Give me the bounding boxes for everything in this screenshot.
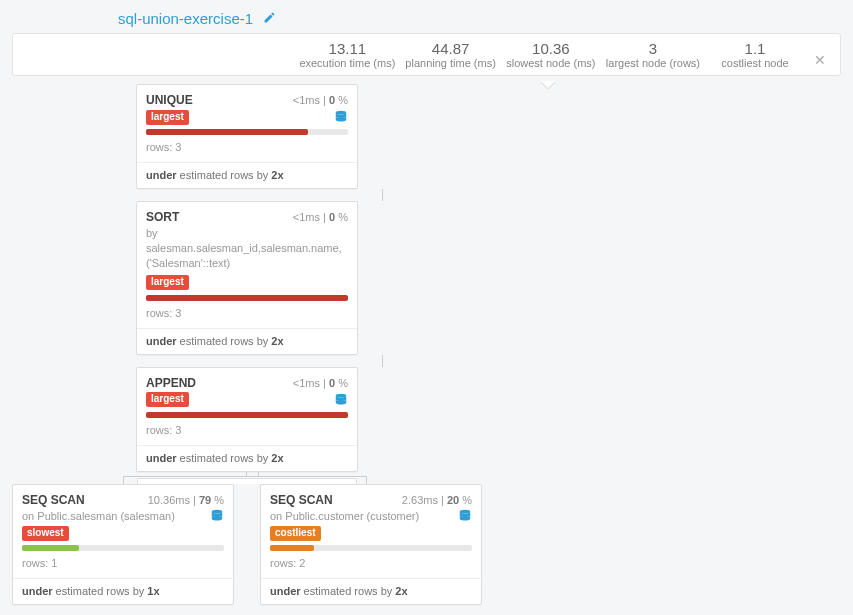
estimate-note: under estimated rows by 2x: [261, 578, 481, 604]
plan-node-unique[interactable]: UNIQUE <1ms | 0 % largest rows: 3 under …: [136, 84, 358, 189]
metric-costliest-node: 1.1 costliest node: [710, 40, 800, 69]
node-subtext: on Public.salesman (salesman): [22, 509, 175, 524]
badge-costliest: costliest: [270, 526, 321, 541]
rows-label: rows: 2: [270, 557, 472, 575]
metric-execution-time: 13.11 execution time (ms): [299, 40, 395, 69]
estimate-note: under estimated rows by 2x: [137, 328, 357, 354]
node-timing: 2.63ms | 20 %: [402, 494, 472, 506]
rows-label: rows: 1: [22, 557, 224, 575]
node-timing: <1ms | 0 %: [293, 211, 348, 223]
node-timing: <1ms | 0 %: [293, 377, 348, 389]
plan-node-seqscan-customer[interactable]: SEQ SCAN 2.63ms | 20 % on Public.custome…: [260, 484, 482, 606]
badge-largest: largest: [146, 110, 189, 125]
svg-point-4: [460, 509, 471, 513]
database-icon[interactable]: [458, 509, 472, 523]
node-name: SEQ SCAN: [22, 493, 85, 507]
svg-point-2: [336, 393, 347, 397]
metrics-bar: 13.11 execution time (ms) 44.87 planning…: [12, 33, 841, 76]
progress-bar: [146, 412, 348, 418]
close-icon[interactable]: ✕: [814, 52, 826, 68]
estimate-note: under estimated rows by 2x: [137, 162, 357, 188]
database-icon[interactable]: [334, 393, 348, 407]
node-timing: <1ms | 0 %: [293, 94, 348, 106]
progress-bar: [22, 545, 224, 551]
svg-point-3: [212, 509, 223, 513]
node-name: APPEND: [146, 376, 196, 390]
svg-point-0: [336, 111, 347, 115]
rows-label: rows: 3: [146, 307, 348, 325]
progress-bar: [146, 129, 348, 135]
node-name: UNIQUE: [146, 93, 193, 107]
database-icon[interactable]: [210, 509, 224, 523]
plan-node-sort[interactable]: SORT <1ms | 0 % by salesman.salesman_id,…: [136, 201, 358, 355]
node-subtext: on Public.customer (customer): [270, 509, 419, 524]
node-name: SORT: [146, 210, 179, 224]
connector: [382, 189, 383, 201]
metric-largest-node: 3 largest node (rows): [606, 40, 700, 69]
node-subtext: by salesman.salesman_id,salesman.name,('…: [146, 226, 348, 271]
plan-title-text: sql-union-exercise-1: [118, 10, 253, 27]
database-icon[interactable]: [334, 110, 348, 124]
rows-label: rows: 3: [146, 424, 348, 442]
metric-slowest-node: 10.36 slowest node (ms): [506, 40, 596, 69]
plan-node-seqscan-salesman[interactable]: SEQ SCAN 10.36ms | 79 % on Public.salesm…: [12, 484, 234, 606]
edit-icon[interactable]: [263, 10, 276, 27]
node-name: SEQ SCAN: [270, 493, 333, 507]
node-timing: 10.36ms | 79 %: [148, 494, 224, 506]
badge-slowest: slowest: [22, 526, 69, 541]
metric-planning-time: 44.87 planning time (ms): [405, 40, 495, 69]
estimate-note: under estimated rows by 1x: [13, 578, 233, 604]
badge-largest: largest: [146, 392, 189, 407]
rows-label: rows: 3: [146, 141, 348, 159]
connector: [123, 474, 367, 484]
estimate-note: under estimated rows by 2x: [137, 445, 357, 471]
badge-largest: largest: [146, 275, 189, 290]
progress-bar: [146, 295, 348, 301]
progress-bar: [270, 545, 472, 551]
plan-title: sql-union-exercise-1: [0, 8, 853, 27]
connector: [382, 355, 383, 367]
plan-node-append[interactable]: APPEND <1ms | 0 % largest rows: 3 under …: [136, 367, 358, 472]
